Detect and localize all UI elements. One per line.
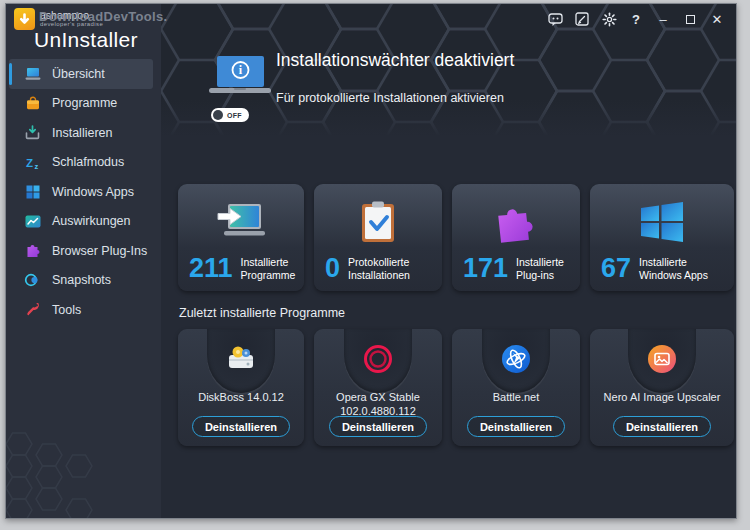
wrench-icon [24, 302, 41, 318]
sidebar-item-uebersicht[interactable]: Übersicht [9, 59, 153, 89]
sidebar-item-installieren[interactable]: Installieren [9, 118, 153, 148]
ashampoo-logo-icon [14, 8, 35, 30]
titlebar-controls: ? – ✕ [547, 11, 725, 27]
minimize-icon[interactable]: – [655, 11, 671, 27]
help-icon[interactable]: ? [628, 11, 644, 27]
sidebar-item-schlafmodus[interactable]: Zz Schlafmodus [9, 148, 153, 178]
stat-label: ProtokollierteInstallationen [348, 256, 410, 281]
info-laptop-icon: i [209, 56, 271, 100]
sidebar-item-windows-apps[interactable]: Windows Apps [9, 177, 153, 207]
sleep-zz-icon: Zz [24, 154, 41, 170]
stat-card-installed-programs[interactable]: 211 InstallierteProgramme [178, 184, 304, 291]
sidebar: ashampoo developer's paradise UnInstalle… [6, 4, 161, 518]
sidebar-hexagon-decoration [6, 413, 136, 518]
windows-icon [24, 184, 41, 200]
app-card-opera-gx[interactable]: Opera GX Stable 102.0.4880.112 Deinstall… [314, 329, 442, 446]
installation-guard-toggle[interactable]: OFF [211, 108, 249, 122]
sidebar-item-label: Browser Plug-Ins [52, 244, 147, 258]
uninstall-button[interactable]: Deinstallieren [329, 416, 427, 437]
app-name: Battle.net [456, 391, 576, 405]
news-edit-icon[interactable] [574, 11, 590, 27]
app-card-nero-ai[interactable]: Nero AI Image Upscaler Deinstallieren [590, 329, 734, 446]
app-title: UnInstaller [34, 28, 138, 52]
sidebar-item-label: Windows Apps [52, 185, 134, 199]
stats-row: 211 InstallierteProgramme 0 Protokollier… [178, 184, 734, 291]
opera-gx-icon [362, 343, 394, 379]
watermark-text: DownloadDevTools. [39, 9, 167, 24]
sidebar-item-label: Übersicht [52, 67, 105, 81]
toggle-knob [213, 110, 223, 120]
stat-label: InstallierteWindows Apps [639, 256, 708, 281]
sidebar-item-browser-plugins[interactable]: Browser Plug-Ins [9, 236, 153, 266]
app-name: Opera GX Stable 102.0.4880.112 [318, 391, 438, 419]
stat-card-installed-plugins[interactable]: 171 InstalliertePlug-ins [452, 184, 580, 291]
sidebar-item-tools[interactable]: Tools [9, 295, 153, 325]
uninstall-button[interactable]: Deinstallieren [613, 416, 711, 437]
close-icon[interactable]: ✕ [709, 11, 725, 27]
stat-label: InstalliertePlug-ins [516, 256, 564, 281]
sidebar-item-label: Snapshots [52, 273, 111, 287]
uninstall-button[interactable]: Deinstallieren [467, 416, 565, 437]
laptop-icon [24, 66, 41, 82]
banner-title: Installationswächter deaktiviert [276, 50, 514, 71]
battle-net-icon [500, 343, 532, 379]
uninstall-button[interactable]: Deinstallieren [192, 416, 290, 437]
svg-text:z: z [34, 162, 38, 170]
stat-value: 211 [189, 255, 233, 282]
app-card-battle-net[interactable]: Battle.net Deinstallieren [452, 329, 580, 446]
sidebar-item-label: Tools [52, 303, 81, 317]
sidebar-item-snapshots[interactable]: Snapshots [9, 266, 153, 296]
recent-section-heading: Zuletzt installierte Programme [179, 306, 345, 320]
feedback-icon[interactable] [547, 11, 563, 27]
toolbox-icon [24, 95, 41, 111]
app-name: DiskBoss 14.0.12 [182, 391, 300, 405]
stat-value: 0 [325, 255, 340, 282]
puzzle-icon [24, 243, 41, 259]
laptop-install-icon [178, 192, 304, 252]
stat-label: InstallierteProgramme [241, 256, 296, 281]
settings-gear-icon[interactable] [601, 11, 617, 27]
stat-value: 171 [463, 255, 508, 282]
sidebar-item-programme[interactable]: Programme [9, 89, 153, 119]
impact-chart-icon [24, 213, 41, 229]
app-card-diskboss[interactable]: DiskBoss 14.0.12 Deinstallieren [178, 329, 304, 446]
nero-ai-icon [646, 343, 678, 379]
sidebar-nav: Übersicht Programme Installieren Zz Schl… [6, 59, 161, 325]
recent-apps-row: DiskBoss 14.0.12 Deinstallieren Opera GX… [178, 329, 734, 446]
sidebar-item-label: Programme [52, 96, 117, 110]
main-area: i OFF Installationswächter deaktiviert F… [161, 4, 736, 518]
stat-card-logged-installations[interactable]: 0 ProtokollierteInstallationen [314, 184, 442, 291]
sidebar-item-label: Auswirkungen [52, 214, 131, 228]
windows-icon [590, 192, 734, 252]
install-icon [24, 125, 41, 141]
banner-subtitle: Für protokollierte Installationen aktivi… [276, 91, 504, 105]
sidebar-item-label: Installieren [52, 126, 112, 140]
diskboss-icon [225, 343, 257, 377]
sidebar-item-label: Schlafmodus [52, 155, 124, 169]
clipboard-check-icon [314, 192, 442, 252]
lens-icon [24, 272, 41, 288]
sidebar-item-auswirkungen[interactable]: Auswirkungen [9, 207, 153, 237]
svg-text:Z: Z [26, 156, 33, 168]
app-window: DownloadDevTools. ashampoo developer's p… [5, 3, 737, 519]
stat-value: 67 [601, 255, 631, 282]
puzzle-icon [452, 192, 580, 252]
maximize-icon[interactable] [682, 11, 698, 27]
app-name: Nero AI Image Upscaler [594, 391, 730, 405]
toggle-state-label: OFF [227, 112, 242, 119]
stat-card-installed-windows-apps[interactable]: 67 InstallierteWindows Apps [590, 184, 734, 291]
